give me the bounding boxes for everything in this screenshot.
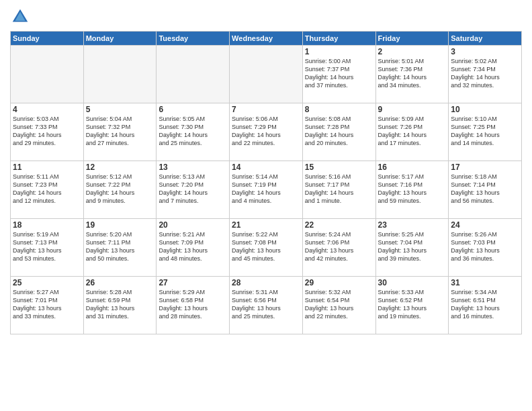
day-number: 24 [451,220,519,230]
day-cell: 26Sunrise: 5:28 AM Sunset: 6:59 PM Dayli… [83,277,157,334]
day-number: 5 [86,105,154,114]
day-info: Sunrise: 5:12 AM Sunset: 7:22 PM Dayligh… [86,173,154,205]
day-info: Sunrise: 5:29 AM Sunset: 6:58 PM Dayligh… [159,288,227,321]
weekday-header-tuesday: Tuesday [157,32,230,46]
day-number: 9 [378,105,447,114]
day-info: Sunrise: 5:09 AM Sunset: 7:26 PM Dayligh… [378,115,447,148]
day-info: Sunrise: 5:32 AM Sunset: 6:54 PM Dayligh… [305,288,373,321]
day-info: Sunrise: 5:14 AM Sunset: 7:19 PM Dayligh… [232,173,300,205]
day-cell: 25Sunrise: 5:27 AM Sunset: 7:01 PM Dayli… [11,277,84,334]
day-number: 17 [451,163,519,172]
header [10,7,522,27]
day-info: Sunrise: 5:22 AM Sunset: 7:08 PM Dayligh… [232,230,300,263]
day-cell: 29Sunrise: 5:32 AM Sunset: 6:54 PM Dayli… [302,277,375,334]
day-cell: 8Sunrise: 5:08 AM Sunset: 7:28 PM Daylig… [302,103,375,161]
day-cell [157,46,230,103]
calendar-table: SundayMondayTuesdayWednesdayThursdayFrid… [10,31,522,334]
day-info: Sunrise: 5:04 AM Sunset: 7:32 PM Dayligh… [86,115,154,148]
day-number: 15 [305,163,373,172]
day-number: 10 [451,105,519,114]
day-cell: 9Sunrise: 5:09 AM Sunset: 7:26 PM Daylig… [375,103,449,161]
day-cell: 30Sunrise: 5:33 AM Sunset: 6:52 PM Dayli… [375,277,449,334]
day-cell: 24Sunrise: 5:26 AM Sunset: 7:03 PM Dayli… [449,219,522,277]
day-number: 19 [86,220,154,230]
day-number: 11 [13,163,81,172]
day-info: Sunrise: 5:21 AM Sunset: 7:09 PM Dayligh… [159,230,227,263]
day-number: 3 [451,47,519,56]
day-info: Sunrise: 5:11 AM Sunset: 7:23 PM Dayligh… [13,173,81,205]
page: SundayMondayTuesdayWednesdayThursdayFrid… [0,0,532,411]
week-row-1: 1Sunrise: 5:00 AM Sunset: 7:37 PM Daylig… [11,46,522,103]
day-number: 13 [159,163,227,172]
day-cell: 12Sunrise: 5:12 AM Sunset: 7:22 PM Dayli… [83,161,157,219]
week-row-2: 4Sunrise: 5:03 AM Sunset: 7:33 PM Daylig… [11,103,522,161]
day-cell: 17Sunrise: 5:18 AM Sunset: 7:14 PM Dayli… [449,161,522,219]
week-row-3: 11Sunrise: 5:11 AM Sunset: 7:23 PM Dayli… [11,161,522,219]
weekday-header-wednesday: Wednesday [230,32,303,46]
day-number: 20 [159,220,227,230]
day-info: Sunrise: 5:27 AM Sunset: 7:01 PM Dayligh… [13,288,81,321]
day-cell: 22Sunrise: 5:24 AM Sunset: 7:06 PM Dayli… [302,219,375,277]
day-cell: 19Sunrise: 5:20 AM Sunset: 7:11 PM Dayli… [83,219,157,277]
day-info: Sunrise: 5:02 AM Sunset: 7:34 PM Dayligh… [451,57,519,90]
day-number: 12 [86,163,154,172]
day-cell: 18Sunrise: 5:19 AM Sunset: 7:13 PM Dayli… [11,219,84,277]
day-number: 7 [232,105,300,114]
day-info: Sunrise: 5:06 AM Sunset: 7:29 PM Dayligh… [232,115,300,148]
day-info: Sunrise: 5:34 AM Sunset: 6:51 PM Dayligh… [451,288,519,321]
day-cell: 16Sunrise: 5:17 AM Sunset: 7:16 PM Dayli… [375,161,449,219]
day-cell: 31Sunrise: 5:34 AM Sunset: 6:51 PM Dayli… [449,277,522,334]
day-info: Sunrise: 5:19 AM Sunset: 7:13 PM Dayligh… [13,230,81,263]
day-number: 26 [86,278,154,287]
day-cell: 23Sunrise: 5:25 AM Sunset: 7:04 PM Dayli… [375,219,449,277]
day-cell: 6Sunrise: 5:05 AM Sunset: 7:30 PM Daylig… [157,103,230,161]
weekday-header-row: SundayMondayTuesdayWednesdayThursdayFrid… [11,32,522,46]
day-number: 16 [378,163,447,172]
day-number: 2 [378,47,447,56]
day-cell: 5Sunrise: 5:04 AM Sunset: 7:32 PM Daylig… [83,103,157,161]
day-info: Sunrise: 5:31 AM Sunset: 6:56 PM Dayligh… [232,288,300,321]
day-number: 6 [159,105,227,114]
day-number: 23 [378,220,447,230]
day-number: 22 [305,220,373,230]
day-number: 30 [378,278,447,287]
day-cell: 1Sunrise: 5:00 AM Sunset: 7:37 PM Daylig… [302,46,375,103]
day-cell: 15Sunrise: 5:16 AM Sunset: 7:17 PM Dayli… [302,161,375,219]
day-info: Sunrise: 5:10 AM Sunset: 7:25 PM Dayligh… [451,115,519,148]
weekday-header-friday: Friday [375,32,449,46]
weekday-header-thursday: Thursday [302,32,375,46]
logo [10,7,33,27]
day-cell: 13Sunrise: 5:13 AM Sunset: 7:20 PM Dayli… [157,161,230,219]
day-cell: 11Sunrise: 5:11 AM Sunset: 7:23 PM Dayli… [11,161,84,219]
day-number: 27 [159,278,227,287]
day-info: Sunrise: 5:16 AM Sunset: 7:17 PM Dayligh… [305,173,373,205]
day-cell [11,46,84,103]
day-cell: 4Sunrise: 5:03 AM Sunset: 7:33 PM Daylig… [11,103,84,161]
day-number: 14 [232,163,300,172]
day-cell: 28Sunrise: 5:31 AM Sunset: 6:56 PM Dayli… [230,277,303,334]
day-info: Sunrise: 5:00 AM Sunset: 7:37 PM Dayligh… [305,57,373,90]
day-info: Sunrise: 5:17 AM Sunset: 7:16 PM Dayligh… [378,173,447,205]
week-row-4: 18Sunrise: 5:19 AM Sunset: 7:13 PM Dayli… [11,219,522,277]
logo-icon [10,7,30,27]
day-info: Sunrise: 5:08 AM Sunset: 7:28 PM Dayligh… [305,115,373,148]
day-cell [230,46,303,103]
day-number: 1 [305,47,373,56]
day-cell: 10Sunrise: 5:10 AM Sunset: 7:25 PM Dayli… [449,103,522,161]
day-cell: 7Sunrise: 5:06 AM Sunset: 7:29 PM Daylig… [230,103,303,161]
day-info: Sunrise: 5:28 AM Sunset: 6:59 PM Dayligh… [86,288,154,321]
day-number: 31 [451,278,519,287]
day-cell [83,46,157,103]
day-number: 28 [232,278,300,287]
day-info: Sunrise: 5:25 AM Sunset: 7:04 PM Dayligh… [378,230,447,263]
day-info: Sunrise: 5:05 AM Sunset: 7:30 PM Dayligh… [159,115,227,148]
day-number: 8 [305,105,373,114]
weekday-header-monday: Monday [83,32,157,46]
day-cell: 27Sunrise: 5:29 AM Sunset: 6:58 PM Dayli… [157,277,230,334]
day-info: Sunrise: 5:20 AM Sunset: 7:11 PM Dayligh… [86,230,154,263]
day-info: Sunrise: 5:26 AM Sunset: 7:03 PM Dayligh… [451,230,519,263]
day-number: 25 [13,278,81,287]
day-info: Sunrise: 5:33 AM Sunset: 6:52 PM Dayligh… [378,288,447,321]
day-cell: 20Sunrise: 5:21 AM Sunset: 7:09 PM Dayli… [157,219,230,277]
day-cell: 21Sunrise: 5:22 AM Sunset: 7:08 PM Dayli… [230,219,303,277]
